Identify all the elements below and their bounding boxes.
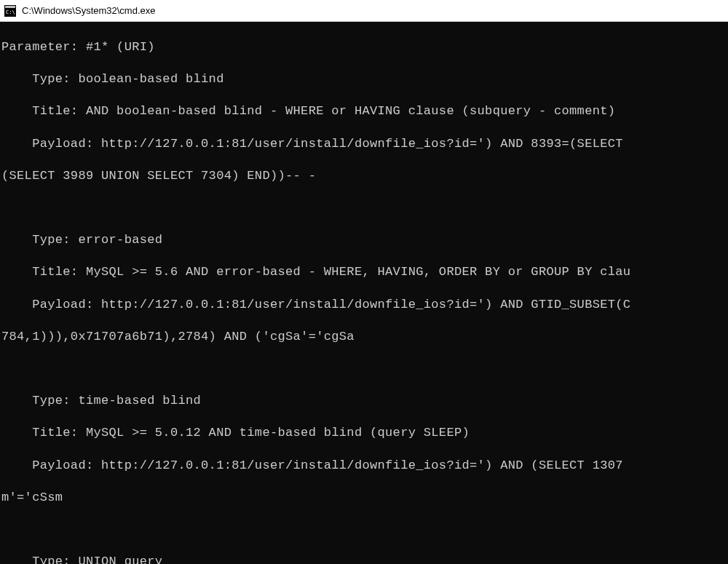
blank-line	[1, 361, 727, 377]
type-line: Type: time-based blind	[1, 393, 727, 409]
payload-line: m'='cSsm	[1, 490, 727, 506]
parameter-header: Parameter: #1* (URI)	[1, 39, 727, 55]
window-titlebar: C:\ C:\Windows\System32\cmd.exe	[0, 0, 728, 22]
title-line: Title: MySQL >= 5.6 AND error-based - WH…	[1, 264, 727, 280]
payload-line: 784,1))),0x71707a6b71),2784) AND ('cgSa'…	[1, 329, 727, 345]
payload-line: Payload: http://127.0.0.1:81/user/instal…	[1, 136, 727, 152]
blank-line	[1, 522, 727, 538]
title-line: Title: AND boolean-based blind - WHERE o…	[1, 103, 727, 119]
payload-line: Payload: http://127.0.0.1:81/user/instal…	[1, 458, 727, 474]
type-line: Type: boolean-based blind	[1, 71, 727, 87]
svg-text:C:\: C:\	[6, 9, 15, 15]
type-line: Type: error-based	[1, 232, 727, 248]
payload-line: (SELECT 3989 UNION SELECT 7304) END))-- …	[1, 168, 727, 184]
window-title: C:\Windows\System32\cmd.exe	[22, 5, 156, 16]
terminal-output[interactable]: Parameter: #1* (URI) Type: boolean-based…	[0, 22, 728, 564]
svg-rect-1	[5, 6, 15, 8]
payload-line: Payload: http://127.0.0.1:81/user/instal…	[1, 297, 727, 313]
title-line: Title: MySQL >= 5.0.12 AND time-based bl…	[1, 425, 727, 441]
type-line: Type: UNION query	[1, 554, 727, 564]
cmd-icon: C:\	[4, 5, 16, 17]
blank-line	[1, 200, 727, 216]
